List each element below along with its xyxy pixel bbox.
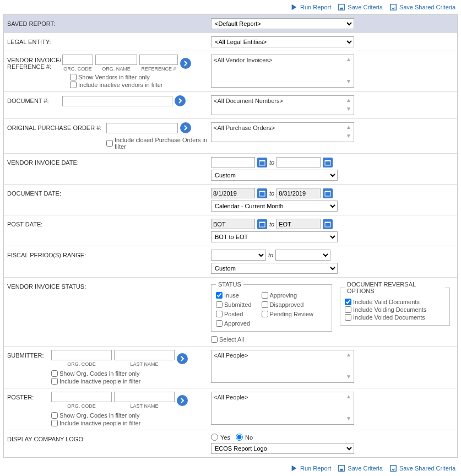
reversal-voided-checkbox[interactable] bbox=[345, 314, 351, 321]
fiscal-preset-select[interactable]: Custom bbox=[211, 263, 338, 274]
submitter-listbox[interactable]: <All People> ▲ ▼ bbox=[211, 350, 354, 383]
calendar-icon[interactable] bbox=[323, 219, 333, 229]
post-date-to-input[interactable] bbox=[276, 219, 321, 229]
scroll-up-icon[interactable]: ▲ bbox=[345, 393, 352, 401]
calendar-icon[interactable] bbox=[257, 158, 267, 167]
status-approved-checkbox[interactable] bbox=[216, 320, 223, 327]
submitter-last-name-input[interactable] bbox=[114, 350, 175, 360]
status-pending-review-label: Pending Review bbox=[270, 311, 314, 317]
document-numbers-listbox[interactable]: <All Document Numbers> ▲ ▼ bbox=[211, 95, 354, 115]
scroll-up-icon[interactable]: ▲ bbox=[345, 97, 352, 105]
save-shared-criteria-label: Save Shared Criteria bbox=[399, 465, 455, 472]
save-icon bbox=[338, 464, 345, 472]
vendor-reference-input[interactable] bbox=[139, 55, 178, 65]
poster-last-name-input[interactable] bbox=[114, 392, 175, 402]
submitter-include-inactive-checkbox[interactable] bbox=[51, 378, 58, 385]
vendor-invoices-listbox[interactable]: <All Vendor Invoices> ▲ ▼ bbox=[211, 55, 354, 88]
reversal-valid-checkbox[interactable] bbox=[345, 299, 351, 305]
document-numbers-placeholder: <All Document Numbers> bbox=[214, 98, 283, 104]
logo-no-radio[interactable] bbox=[236, 434, 243, 441]
logo-yes-radio[interactable] bbox=[211, 434, 218, 441]
fiscal-period-label: FISCAL PERIOD(S) RANGE: bbox=[7, 250, 117, 258]
play-icon bbox=[290, 3, 298, 11]
purchase-orders-listbox[interactable]: <All Purchase Orders> ▲ ▼ bbox=[211, 122, 354, 142]
status-posted-label: Posted bbox=[224, 311, 243, 317]
fiscal-period-to-select[interactable] bbox=[275, 250, 330, 261]
poster-org-code-input[interactable] bbox=[51, 392, 112, 402]
status-approved-label: Approved bbox=[224, 320, 250, 327]
poster-row: POSTER: ORG. CODE LAST NAME Show Org. Co… bbox=[4, 388, 457, 430]
save-icon bbox=[338, 3, 345, 11]
scroll-up-icon[interactable]: ▲ bbox=[345, 124, 352, 132]
save-shared-criteria-link[interactable]: Save Shared Criteria bbox=[389, 3, 455, 11]
scroll-up-icon[interactable]: ▲ bbox=[345, 351, 352, 359]
scroll-down-icon[interactable]: ▼ bbox=[345, 78, 352, 86]
status-disapproved-checkbox[interactable] bbox=[262, 301, 268, 308]
status-disapproved-label: Disapproved bbox=[270, 301, 304, 308]
post-date-preset-select[interactable]: BOT to EOT bbox=[211, 231, 338, 242]
include-closed-po-checkbox[interactable] bbox=[106, 140, 113, 147]
company-logo-select[interactable]: ECOS Report Logo bbox=[211, 443, 354, 454]
scroll-down-icon[interactable]: ▼ bbox=[345, 133, 352, 140]
document-date-row: DOCUMENT DATE: to Calendar - Current Mon… bbox=[4, 185, 457, 215]
post-date-from-input[interactable] bbox=[211, 219, 255, 229]
original-po-input[interactable] bbox=[106, 123, 178, 133]
show-vendors-only-checkbox[interactable] bbox=[70, 74, 77, 80]
scroll-up-icon[interactable]: ▲ bbox=[345, 56, 352, 64]
document-date-from-input[interactable] bbox=[211, 188, 255, 198]
status-pending-review-checkbox[interactable] bbox=[262, 311, 268, 317]
calendar-icon[interactable] bbox=[323, 188, 333, 198]
scroll-down-icon[interactable]: ▼ bbox=[345, 374, 352, 381]
poster-show-org-codes-checkbox[interactable] bbox=[51, 412, 58, 419]
legal-entity-row: LEGAL ENTITY: <All Legal Entities> bbox=[4, 33, 457, 51]
scroll-down-icon[interactable]: ▼ bbox=[345, 106, 352, 113]
vendor-ref-go-button[interactable] bbox=[180, 58, 191, 69]
org-code-sublabel: ORG. CODE bbox=[51, 403, 112, 409]
vendor-invoice-date-to-input[interactable] bbox=[276, 157, 321, 167]
submitter-show-org-codes-checkbox[interactable] bbox=[51, 370, 58, 377]
status-approving-checkbox[interactable] bbox=[262, 292, 268, 299]
reversal-voiding-checkbox[interactable] bbox=[345, 306, 351, 313]
save-criteria-label: Save Criteria bbox=[348, 4, 383, 10]
document-number-input[interactable] bbox=[62, 96, 172, 106]
vendor-invoice-date-preset-select[interactable]: Custom bbox=[211, 170, 338, 181]
calendar-icon[interactable] bbox=[323, 158, 333, 167]
select-all-status-checkbox[interactable] bbox=[211, 336, 218, 343]
vendor-invoice-status-row: VENDOR INVOICE STATUS: STATUS Inuse Subm… bbox=[4, 278, 457, 347]
bottom-action-bar: Run Report Save Criteria Save Shared Cri… bbox=[0, 461, 461, 475]
save-criteria-link[interactable]: Save Criteria bbox=[338, 3, 383, 11]
status-submitted-checkbox[interactable] bbox=[216, 301, 223, 308]
submitter-go-button[interactable] bbox=[177, 353, 188, 364]
original-po-go-button[interactable] bbox=[180, 122, 191, 133]
document-number-row: DOCUMENT #: <All Document Numbers> ▲ ▼ bbox=[4, 92, 457, 119]
document-number-go-button[interactable] bbox=[175, 95, 186, 106]
vendor-org-name-input[interactable] bbox=[95, 55, 137, 65]
save-shared-criteria-link-bottom[interactable]: Save Shared Criteria bbox=[389, 464, 455, 472]
document-date-label: DOCUMENT DATE: bbox=[7, 188, 117, 197]
run-report-link-bottom[interactable]: Run Report bbox=[290, 464, 331, 472]
calendar-icon[interactable] bbox=[257, 188, 267, 198]
legal-entity-select[interactable]: <All Legal Entities> bbox=[211, 36, 354, 47]
document-date-preset-select[interactable]: Calendar - Current Month bbox=[211, 201, 338, 212]
status-posted-checkbox[interactable] bbox=[216, 311, 223, 317]
vendor-invoice-date-from-input[interactable] bbox=[211, 157, 255, 167]
include-inactive-vendors-checkbox[interactable] bbox=[70, 82, 77, 88]
poster-label: POSTER: bbox=[7, 392, 51, 401]
fiscal-period-from-select[interactable] bbox=[211, 250, 266, 261]
vendor-org-code-input[interactable] bbox=[62, 55, 93, 65]
document-date-to-input[interactable] bbox=[276, 188, 321, 198]
save-criteria-link-bottom[interactable]: Save Criteria bbox=[338, 464, 383, 472]
poster-listbox[interactable]: <All People> ▲ ▼ bbox=[211, 392, 354, 425]
calendar-icon[interactable] bbox=[257, 219, 267, 229]
svg-rect-7 bbox=[325, 160, 330, 161]
run-report-link[interactable]: Run Report bbox=[290, 3, 331, 11]
saved-report-select[interactable]: <Default Report> bbox=[211, 18, 354, 29]
svg-rect-5 bbox=[259, 160, 265, 161]
poster-go-button[interactable] bbox=[177, 395, 188, 406]
status-inuse-checkbox[interactable] bbox=[216, 292, 223, 299]
reversal-legend: DOCUMENT REVERSAL OPTIONS bbox=[345, 281, 445, 294]
poster-include-inactive-checkbox[interactable] bbox=[51, 420, 58, 426]
scroll-down-icon[interactable]: ▼ bbox=[345, 415, 352, 423]
submitter-org-code-input[interactable] bbox=[51, 350, 112, 360]
svg-rect-2 bbox=[340, 8, 343, 10]
